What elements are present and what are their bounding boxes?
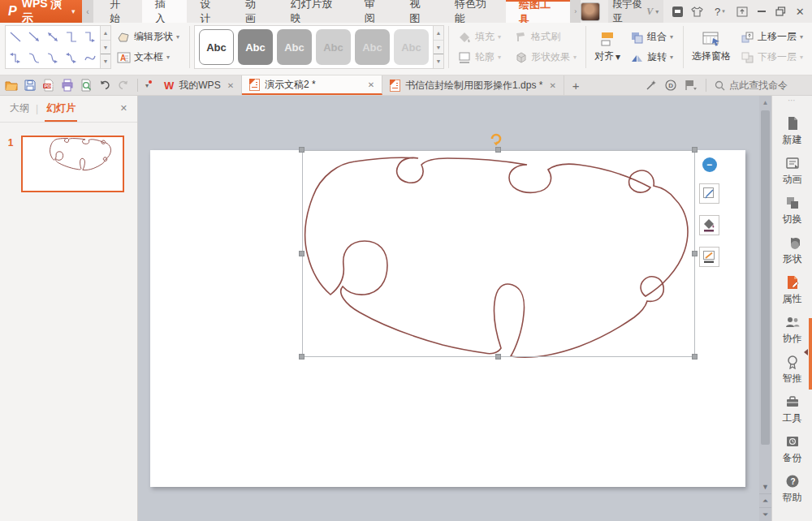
menu-tab-view[interactable]: 视图 <box>396 0 442 23</box>
menu-tab-drawing-tools[interactable]: 绘图工具 <box>506 0 570 23</box>
shape-style-5[interactable]: Abc <box>355 29 390 65</box>
gallery-more-icon[interactable]: ▼ <box>101 54 110 68</box>
restore-button[interactable] <box>775 5 786 18</box>
sidebar-item-backup[interactable]: 备份 <box>772 434 812 465</box>
fill-color-button[interactable] <box>699 215 719 235</box>
print-preview-icon[interactable] <box>80 79 93 92</box>
menu-tab-animation[interactable]: 动画 <box>232 0 278 23</box>
resize-handle-e[interactable] <box>692 251 698 256</box>
menu-tab-review[interactable]: 审阅 <box>352 0 397 23</box>
sidebar-item-collaboration[interactable]: 协作 <box>772 315 812 346</box>
collapse-ribbon-button[interactable] <box>736 5 748 18</box>
menu-tab-design[interactable]: 设计 <box>187 0 232 23</box>
sidebar-item-animation[interactable]: 动画 <box>772 156 812 187</box>
elbow-connector-icon[interactable] <box>63 26 81 47</box>
arrow-shape-icon[interactable] <box>24 26 43 47</box>
textbox-button[interactable]: A 文本框▾ <box>114 49 182 66</box>
rotate-handle-icon[interactable] <box>489 131 503 146</box>
print-icon[interactable] <box>61 79 74 92</box>
menu-tab-insert[interactable]: 插入 <box>142 0 188 23</box>
skin-button[interactable] <box>691 5 703 18</box>
resize-handle-ne[interactable] <box>692 147 698 153</box>
slide-thumbnail-1[interactable] <box>21 136 124 192</box>
menu-tab-home[interactable]: 开始 <box>97 0 142 23</box>
new-tab-button[interactable]: + <box>564 75 588 95</box>
fill-button[interactable]: 填充▾ <box>456 28 503 45</box>
export-pdf-icon[interactable]: PDF <box>42 79 55 92</box>
message-button[interactable] <box>672 5 683 18</box>
slide-canvas[interactable]: − ▲ ▼ ⏶ ⏷ <box>138 96 771 521</box>
resize-handle-w[interactable] <box>299 251 304 256</box>
shape-style-2[interactable]: Abc <box>238 29 273 65</box>
shape-style-3[interactable]: Abc <box>277 29 312 65</box>
sidebar-item-new[interactable]: 新建 <box>772 116 812 147</box>
menu-tab-special-features[interactable]: 特色功能 <box>442 0 506 23</box>
resize-handle-s[interactable] <box>495 354 501 360</box>
outline-button[interactable]: 轮廓▾ <box>456 49 503 66</box>
sidebar-item-help[interactable]: ? 帮助 <box>772 474 812 505</box>
shape-effects-button[interactable]: 形状效果▾ <box>512 49 579 66</box>
next-slide-button[interactable]: ⏷ <box>759 507 771 521</box>
rotate-button[interactable]: 旋转▾ <box>628 49 676 66</box>
style-gallery-scroll[interactable]: ▲ ▼ ▼ <box>434 25 444 69</box>
close-button[interactable]: ✕ <box>794 5 806 18</box>
edit-points-button[interactable] <box>699 183 719 204</box>
close-tab-icon[interactable]: ✕ <box>549 81 555 90</box>
shape-gallery-scroll[interactable]: ▲ ▼ ▼ <box>101 25 111 69</box>
style-more-icon[interactable]: ▼ <box>434 54 443 68</box>
customize-qat-icon[interactable]: ▾ <box>145 82 152 89</box>
scroll-up-icon[interactable]: ▲ <box>759 96 771 109</box>
app-logo[interactable]: P WPS 演示 ▾ <box>0 0 82 23</box>
redo-icon[interactable] <box>117 79 130 92</box>
open-folder-icon[interactable] <box>5 79 18 92</box>
resize-handle-n[interactable] <box>495 147 501 153</box>
sidebar-item-shapes[interactable]: 形状 <box>772 235 812 266</box>
format-painter-button[interactable]: 格式刷 <box>512 28 579 45</box>
save-icon[interactable] <box>24 79 37 92</box>
close-panel-icon[interactable]: ✕ <box>120 103 127 114</box>
tab-outline[interactable]: 大纲 <box>10 101 29 115</box>
tab-presentation2[interactable]: 演示文稿2 * ✕ <box>242 75 382 95</box>
collapse-toolbar-button[interactable]: − <box>702 157 717 172</box>
sidebar-item-transition[interactable]: 切换 <box>772 196 812 226</box>
undo-icon[interactable] <box>98 79 111 92</box>
elbow-arrow-connector-icon[interactable] <box>81 26 100 47</box>
shape-gallery[interactable] <box>5 25 101 69</box>
elbow-double-arrow-connector-icon[interactable] <box>6 47 24 68</box>
sidebar-item-tools[interactable]: 工具 <box>772 394 812 425</box>
feedback-flag-icon[interactable] <box>685 80 698 91</box>
pane-expand-arrow-icon[interactable] <box>801 349 808 355</box>
curved-double-arrow-connector-icon[interactable] <box>63 47 81 68</box>
tab-letter-envelope-doc[interactable]: 书信信封绘制用图形操作1.dps * ✕ <box>382 75 564 95</box>
tab-scroll-right-button[interactable]: › <box>570 0 581 23</box>
selection-pane-button[interactable]: 选择窗格 <box>688 29 735 65</box>
send-backward-button[interactable]: 下移一层▾ <box>738 49 806 66</box>
style-scroll-up-icon[interactable]: ▲ <box>434 26 443 40</box>
close-tab-icon[interactable]: ✕ <box>368 80 374 89</box>
style-scroll-down-icon[interactable]: ▼ <box>434 40 443 54</box>
shape-style-4[interactable]: Abc <box>316 29 351 65</box>
resize-handle-sw[interactable] <box>299 354 304 360</box>
help-button[interactable]: ? ▾ <box>711 5 728 18</box>
tab-slides[interactable]: 幻灯片 <box>45 96 77 122</box>
sidebar-grip-icon[interactable]: ⋯ <box>788 96 797 107</box>
command-search[interactable] <box>715 80 807 91</box>
user-avatar[interactable] <box>581 2 600 21</box>
curved-arrow-connector-icon[interactable] <box>43 47 62 68</box>
previous-slide-button[interactable]: ⏶ <box>759 493 771 507</box>
tab-scroll-left-button[interactable]: ‹ <box>82 0 94 23</box>
search-input[interactable] <box>729 80 807 91</box>
line-shape-icon[interactable] <box>6 26 24 47</box>
outline-color-button[interactable] <box>699 247 719 267</box>
scroll-down-icon[interactable]: ▼ <box>759 480 771 493</box>
sidebar-item-properties[interactable]: 属性 <box>772 275 812 306</box>
docer-icon[interactable]: D <box>665 80 676 91</box>
shape-style-1[interactable]: Abc <box>199 29 234 65</box>
gallery-scroll-down-icon[interactable]: ▼ <box>101 40 110 54</box>
freeform-curve-icon[interactable] <box>81 47 100 68</box>
slide-page[interactable] <box>150 150 745 487</box>
gallery-scroll-up-icon[interactable]: ▲ <box>101 26 110 40</box>
resize-handle-nw[interactable] <box>299 147 304 153</box>
vertical-scrollbar[interactable]: ▲ ▼ ⏶ ⏷ <box>759 96 771 521</box>
pane-expand-tab[interactable] <box>809 318 812 390</box>
